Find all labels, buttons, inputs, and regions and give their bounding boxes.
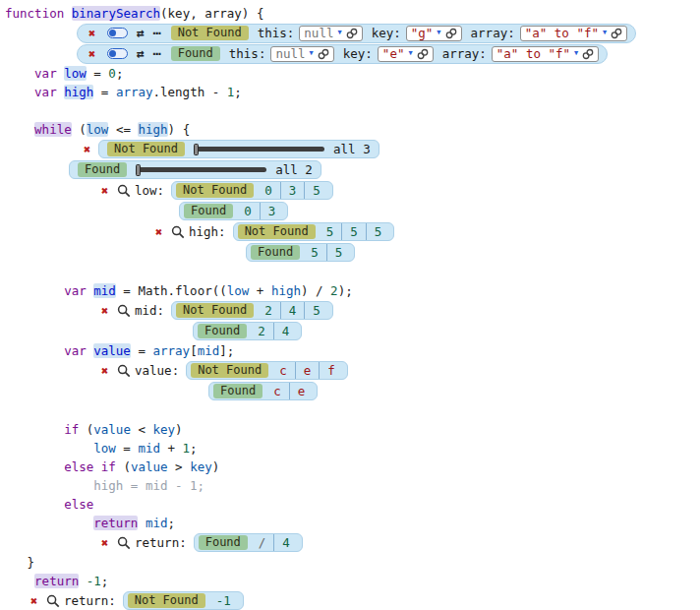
log-value-cell[interactable]: -1 (208, 592, 239, 609)
array-value-dropdown[interactable]: "a" to "f"▼ (520, 26, 627, 41)
log-value-cell[interactable]: 0 (236, 203, 260, 219)
trace-badge[interactable]: Found (213, 384, 262, 398)
probe-anchor-token[interactable]: low (64, 66, 87, 81)
magnifier-icon[interactable] (116, 536, 131, 550)
remove-probe-icon[interactable]: ✖ (98, 364, 111, 378)
more-options-icon[interactable]: ⋯ (153, 46, 162, 61)
log-value-cell[interactable]: 5 (319, 223, 342, 240)
probe-variable-label: mid: (135, 303, 164, 318)
log-value-cell[interactable]: e (289, 383, 314, 399)
slider-handle[interactable] (194, 144, 199, 155)
more-options-icon[interactable]: ⋯ (153, 26, 162, 40)
log-value-cell[interactable]: 2 (257, 302, 280, 319)
log-probe-row: Found24 (193, 321, 700, 341)
trace-badge[interactable]: Not Found (176, 183, 254, 198)
trace-badge[interactable]: Found (251, 245, 300, 260)
probe-anchor-token[interactable]: while (34, 122, 72, 137)
slider-handle[interactable] (136, 164, 141, 176)
remove-probe-icon[interactable]: ✖ (86, 27, 98, 40)
probe-anchor-token[interactable]: return (93, 516, 138, 530)
log-value-cell[interactable]: 5 (304, 302, 328, 319)
log-value-cell[interactable]: 5 (303, 244, 326, 261)
probe-anchor-token[interactable]: value (93, 343, 131, 358)
log-value-cell[interactable]: 4 (280, 302, 305, 319)
trace-badge[interactable]: Found (171, 46, 220, 61)
log-value-cell[interactable]: 4 (273, 534, 298, 551)
link-icon[interactable] (346, 28, 358, 39)
probe-anchor-token[interactable]: high (138, 122, 167, 137)
remove-probe-icon[interactable]: ✖ (152, 225, 165, 239)
log-value-cell[interactable]: 5 (304, 182, 328, 199)
trace-badge[interactable]: Found (184, 204, 233, 218)
code-token: ); (338, 283, 353, 298)
trace-badge[interactable]: Not Found (191, 363, 268, 378)
probe-anchor-token[interactable]: mid (93, 283, 116, 298)
magnifier-icon[interactable] (45, 594, 60, 608)
link-icon[interactable] (582, 48, 594, 60)
call-probe-row: ✖⇄⋯Not Foundthis:null▼key:"g"▼array:"a" … (77, 23, 700, 43)
trace-badge[interactable]: Found (199, 535, 248, 550)
code-token: ; (234, 85, 242, 99)
log-value-cell[interactable]: f (319, 362, 343, 379)
magnifier-icon[interactable] (170, 225, 185, 239)
probe-anchor-token[interactable]: low (87, 122, 109, 137)
remove-probe-icon[interactable]: ✖ (98, 536, 111, 550)
code-token (79, 574, 87, 588)
remove-probe-icon[interactable]: ✖ (81, 143, 93, 156)
iteration-slider[interactable] (194, 147, 324, 152)
log-value-cell[interactable]: 4 (273, 323, 298, 339)
log-value-cell[interactable]: 3 (280, 182, 305, 199)
log-value-cell[interactable]: 0 (257, 182, 280, 199)
remove-probe-icon[interactable]: ✖ (98, 304, 111, 318)
code-token: else (64, 497, 93, 512)
code-line: var high = array.length - 1; (0, 83, 700, 101)
probe-anchor-token[interactable]: return (34, 574, 79, 588)
trace-badge[interactable]: Not Found (238, 224, 316, 239)
probe-anchor-token[interactable]: binarySearch (72, 6, 160, 21)
trace-badge[interactable]: Found (198, 324, 247, 338)
trace-badge[interactable]: Not Found (107, 142, 185, 156)
probe-anchor-token[interactable]: high (64, 85, 93, 99)
trace-badge[interactable]: Not Found (128, 593, 205, 608)
log-value-cell[interactable]: 5 (341, 223, 366, 240)
log-value-cell[interactable]: 5 (366, 223, 390, 240)
log-value-cell[interactable]: / (251, 534, 274, 551)
code-token: if (64, 422, 79, 437)
trace-badge[interactable]: Not Found (176, 303, 254, 318)
trace-badge[interactable]: Not Found (171, 26, 249, 40)
link-icon[interactable] (417, 48, 429, 60)
log-value-cell[interactable]: c (265, 383, 289, 399)
log-value-cell[interactable]: e (295, 362, 320, 379)
this-value-dropdown[interactable]: null▼ (299, 26, 362, 41)
enable-toggle[interactable] (107, 48, 128, 59)
key-value-dropdown[interactable]: "e"▼ (378, 46, 434, 62)
array-value-dropdown[interactable]: "a" to "f"▼ (492, 46, 599, 62)
log-value-cell[interactable]: 5 (326, 244, 351, 261)
swap-arrows-icon[interactable]: ⇄ (137, 46, 145, 61)
remove-probe-icon[interactable]: ✖ (98, 184, 111, 198)
link-icon[interactable] (611, 28, 622, 39)
code-token: = Math.floor(( (116, 283, 227, 298)
code-line: var value = array[mid]; (0, 341, 700, 360)
log-value-cell[interactable]: 3 (260, 203, 284, 219)
key-value-dropdown[interactable]: "g"▼ (406, 26, 462, 41)
code-token: -1 (87, 574, 101, 588)
this-value-dropdown[interactable]: null▼ (270, 46, 333, 62)
link-icon[interactable] (445, 28, 457, 39)
magnifier-icon[interactable] (116, 184, 131, 198)
remove-probe-icon[interactable]: ✖ (86, 47, 98, 61)
enable-toggle[interactable] (107, 28, 128, 38)
remove-probe-icon[interactable]: ✖ (28, 594, 40, 608)
code-token: ) { (168, 122, 191, 137)
swap-arrows-icon[interactable]: ⇄ (137, 26, 145, 40)
log-value-cell[interactable]: c (271, 362, 295, 379)
magnifier-icon[interactable] (116, 364, 131, 378)
dropdown-value: "a" to "f" (525, 26, 599, 40)
link-icon[interactable] (318, 48, 329, 60)
log-value-cell[interactable]: 2 (250, 323, 273, 339)
trace-badge[interactable]: Found (78, 162, 127, 177)
magnifier-icon[interactable] (116, 304, 131, 318)
log-probe-box: Not Found555 (233, 222, 395, 241)
iteration-slider[interactable] (136, 167, 266, 172)
call-probe-row: ✖⇄⋯Foundthis:null▼key:"e"▼array:"a" to "… (77, 43, 700, 64)
